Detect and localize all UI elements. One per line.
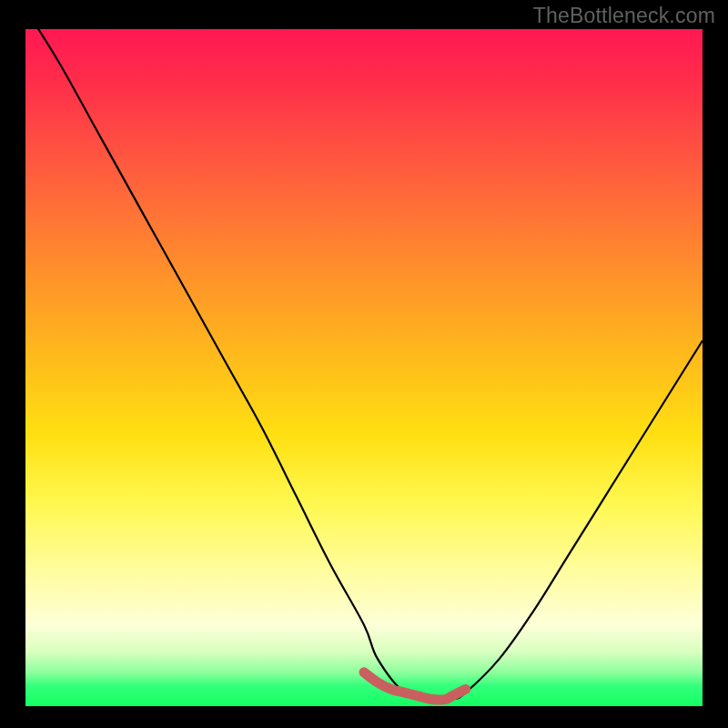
plot-area	[25, 29, 703, 706]
curve-layer	[25, 29, 703, 706]
watermark-text: TheBottleneck.com	[533, 4, 715, 28]
bottleneck-curve-path	[25, 29, 703, 701]
chart-stage: TheBottleneck.com	[0, 0, 728, 728]
sweet-spot-highlight-path	[364, 672, 466, 700]
